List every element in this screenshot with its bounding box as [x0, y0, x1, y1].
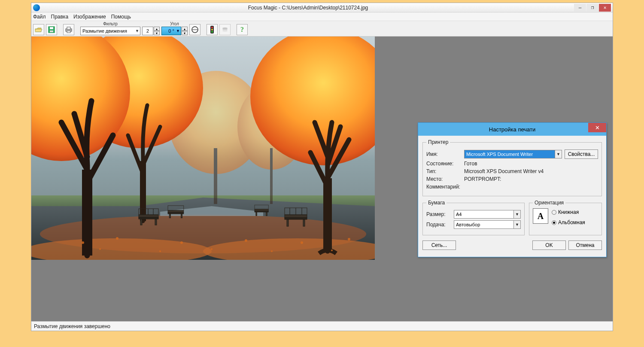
run-button[interactable]: [207, 24, 218, 35]
dialog-title-bar[interactable]: Настройка печати ✕: [418, 123, 606, 136]
svg-rect-38: [168, 210, 184, 213]
status-bar: Размытие движения завершено: [31, 321, 613, 331]
paper-size-select[interactable]: A4 ▼: [454, 210, 521, 219]
radio-icon: [552, 220, 556, 225]
spinner-up-icon[interactable]: ▲: [154, 27, 160, 31]
landscape-radio[interactable]: Альбомная: [552, 219, 585, 225]
svg-rect-41: [181, 214, 182, 218]
maximize-button[interactable]: ❐: [586, 4, 598, 12]
svg-rect-52: [255, 211, 268, 212]
status-text: Размытие движения завершено: [34, 323, 110, 329]
svg-rect-3: [50, 30, 53, 32]
svg-point-60: [180, 241, 183, 244]
page-orientation-icon: A: [533, 208, 548, 224]
svg-point-65: [331, 250, 333, 251]
svg-point-57: [99, 248, 101, 250]
spinner-down-icon[interactable]: ▼: [154, 31, 160, 35]
cancel-button[interactable]: Отмена: [568, 240, 602, 250]
stack-button[interactable]: [219, 24, 231, 35]
question-icon: ?: [240, 26, 244, 33]
printer-legend: Принтер: [426, 139, 450, 145]
spinner-down-icon[interactable]: ▼: [182, 31, 188, 35]
network-button[interactable]: Сеть...: [422, 240, 456, 250]
portrait-radio[interactable]: Книжная: [552, 209, 585, 215]
ok-button[interactable]: OK: [532, 240, 566, 250]
properties-button[interactable]: Свойства...: [565, 149, 598, 159]
type-label: Тип:: [426, 168, 462, 174]
status-label: Состояние:: [426, 161, 462, 167]
svg-point-64: [301, 241, 303, 244]
image-content: [31, 37, 375, 260]
spinner-up-icon[interactable]: ▲: [182, 27, 188, 31]
toolbar: Фильтр Размытие движения ▼ 2 ▲ ▼ Угол 0 …: [31, 21, 613, 37]
size-label: Размер:: [426, 211, 451, 217]
svg-rect-44: [285, 218, 307, 219]
workspace: Настройка печати ✕ Принтер Имя: Microsof…: [31, 37, 613, 321]
status-value: Готов: [464, 161, 477, 167]
svg-rect-40: [169, 214, 170, 218]
width-spinner[interactable]: ▲ ▼: [154, 27, 160, 35]
chevron-down-icon: ▼: [135, 29, 139, 33]
printer-icon: [65, 26, 73, 33]
name-label: Имя:: [426, 151, 462, 157]
angle-spinner[interactable]: ▲ ▼: [182, 27, 188, 35]
svg-point-12: [211, 31, 213, 33]
circle-icon: [191, 26, 199, 33]
svg-rect-30: [139, 215, 158, 217]
type-value: Microsoft XPS Document Writer v4: [464, 168, 544, 174]
folder-open-icon: [35, 27, 43, 33]
svg-rect-39: [168, 213, 184, 214]
menu-edit[interactable]: Правка: [51, 14, 69, 20]
print-setup-dialog: Настройка печати ✕ Принтер Имя: Microsof…: [418, 122, 607, 257]
blur-width-input[interactable]: 2: [142, 27, 153, 35]
place-label: Место:: [426, 176, 462, 182]
save-button[interactable]: [46, 24, 57, 35]
floppy-icon: [48, 26, 55, 33]
menu-bar: Файл Правка Изображение Помощь: [31, 12, 613, 21]
svg-rect-6: [67, 31, 70, 33]
chevron-down-icon: ▼: [555, 150, 562, 158]
menu-file[interactable]: Файл: [33, 14, 46, 20]
app-window: Focus Magic - C:\Users\Admin\Desktop\211…: [31, 3, 613, 331]
minimize-button[interactable]: —: [574, 4, 586, 12]
svg-rect-31: [139, 217, 158, 219]
svg-point-11: [211, 29, 213, 30]
svg-point-66: [348, 238, 350, 240]
orientation-group: Ориентация A Книжная Альбомная: [529, 200, 602, 235]
layers-icon: [222, 26, 228, 33]
filter-select[interactable]: Размытие движения ▼: [80, 27, 140, 35]
chevron-down-icon: ▼: [513, 221, 520, 228]
svg-rect-51: [255, 209, 268, 211]
svg-rect-45: [287, 219, 289, 226]
angle-select[interactable]: 0 ° ▼: [161, 27, 181, 35]
chevron-down-icon: ▼: [513, 210, 520, 218]
svg-rect-43: [285, 215, 307, 218]
image-canvas[interactable]: [31, 37, 375, 260]
printer-name-select[interactable]: Microsoft XPS Document Writer ▼: [464, 150, 562, 158]
svg-point-59: [159, 250, 161, 252]
circle-tool[interactable]: [189, 24, 200, 35]
help-button[interactable]: ?: [237, 24, 248, 35]
paper-legend: Бумага: [426, 200, 447, 206]
app-icon: [33, 4, 40, 11]
print-button[interactable]: [63, 24, 74, 35]
close-button[interactable]: ✕: [599, 4, 611, 12]
svg-rect-54: [266, 212, 267, 216]
svg-point-58: [116, 237, 118, 240]
printer-group: Принтер Имя: Microsoft XPS Document Writ…: [422, 139, 602, 196]
dialog-close-button[interactable]: ✕: [588, 123, 606, 132]
window-title: Focus Magic - C:\Users\Admin\Desktop\211…: [43, 5, 574, 11]
chevron-down-icon: ▼: [176, 29, 180, 33]
svg-rect-5: [67, 27, 70, 29]
angle-label: Угол: [170, 21, 179, 26]
svg-point-10: [211, 27, 213, 28]
menu-image[interactable]: Изображение: [73, 14, 106, 20]
menu-help[interactable]: Помощь: [111, 14, 131, 20]
open-button[interactable]: [33, 24, 44, 35]
svg-point-61: [211, 248, 213, 250]
svg-rect-32: [140, 219, 142, 225]
orientation-legend: Ориентация: [533, 200, 565, 206]
svg-rect-26: [270, 148, 273, 204]
paper-source-select[interactable]: Автовыбор ▼: [454, 220, 521, 229]
paper-group: Бумага Размер: A4 ▼ Подача: Автовыбор: [422, 200, 525, 235]
